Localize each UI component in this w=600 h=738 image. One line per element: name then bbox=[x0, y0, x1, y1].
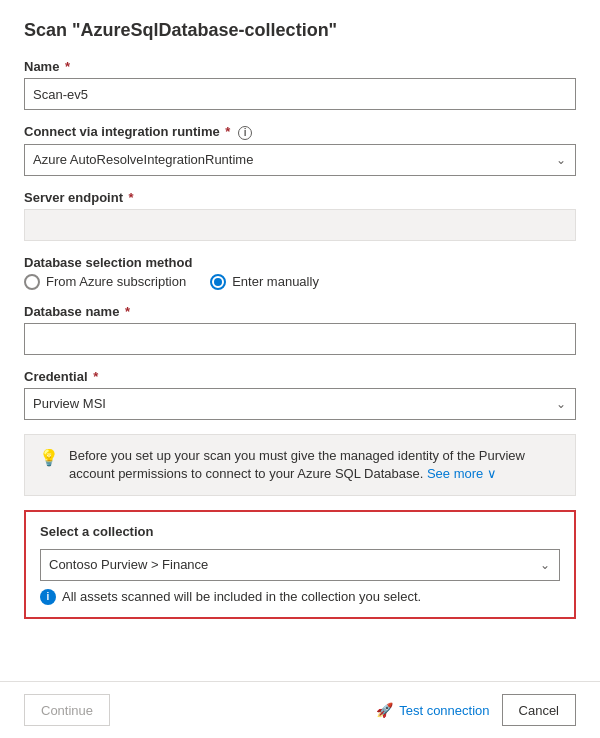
server-endpoint-field-group: Server endpoint * bbox=[24, 190, 576, 241]
collection-section: Select a collection Contoso Purview > Fi… bbox=[24, 510, 576, 619]
db-name-input[interactable] bbox=[24, 323, 576, 355]
radio-label-subscription: From Azure subscription bbox=[46, 274, 186, 289]
name-label: Name * bbox=[24, 59, 576, 74]
radio-circle-manual bbox=[210, 274, 226, 290]
collection-select[interactable]: Contoso Purview > Finance bbox=[40, 549, 560, 581]
name-field-group: Name * bbox=[24, 59, 576, 110]
name-input[interactable] bbox=[24, 78, 576, 110]
radio-circle-subscription bbox=[24, 274, 40, 290]
required-indicator: * bbox=[125, 190, 134, 205]
required-indicator: * bbox=[121, 304, 130, 319]
continue-button: Continue bbox=[24, 694, 110, 726]
cancel-button[interactable]: Cancel bbox=[502, 694, 576, 726]
bulb-icon: 💡 bbox=[39, 448, 59, 467]
collection-section-title: Select a collection bbox=[40, 524, 560, 539]
info-circle-icon: i bbox=[40, 589, 56, 605]
runtime-field-group: Connect via integration runtime * i Azur… bbox=[24, 124, 576, 176]
radio-option-manual[interactable]: Enter manually bbox=[210, 274, 319, 290]
db-name-field-group: Database name * bbox=[24, 304, 576, 355]
footer-right: 🚀 Test connection Cancel bbox=[376, 694, 576, 726]
page-container: Scan "AzureSqlDatabase-collection" Name … bbox=[0, 0, 600, 681]
db-method-label: Database selection method bbox=[24, 255, 576, 270]
collection-info-text: All assets scanned will be included in t… bbox=[62, 589, 421, 604]
runtime-info-icon[interactable]: i bbox=[238, 126, 252, 140]
collection-info: i All assets scanned will be included in… bbox=[40, 589, 560, 605]
credential-select[interactable]: Purview MSI bbox=[24, 388, 576, 420]
server-endpoint-input[interactable] bbox=[24, 209, 576, 241]
credential-field-group: Credential * Purview MSI ⌄ bbox=[24, 369, 576, 420]
footer-left: Continue bbox=[24, 694, 110, 726]
required-indicator: * bbox=[222, 124, 231, 139]
see-more-link[interactable]: See more ∨ bbox=[427, 466, 497, 481]
radio-dot-manual bbox=[214, 278, 222, 286]
radio-group: From Azure subscription Enter manually bbox=[24, 274, 576, 290]
page-title: Scan "AzureSqlDatabase-collection" bbox=[24, 20, 576, 41]
rocket-icon: 🚀 bbox=[376, 702, 393, 718]
collection-select-wrapper: Contoso Purview > Finance ⌄ bbox=[40, 549, 560, 581]
info-box: 💡 Before you set up your scan you must g… bbox=[24, 434, 576, 496]
runtime-label: Connect via integration runtime * i bbox=[24, 124, 576, 140]
credential-label: Credential * bbox=[24, 369, 576, 384]
credential-select-wrapper: Purview MSI ⌄ bbox=[24, 388, 576, 420]
db-method-field-group: Database selection method From Azure sub… bbox=[24, 255, 576, 290]
runtime-select-wrapper: Azure AutoResolveIntegrationRuntime ⌄ bbox=[24, 144, 576, 176]
required-indicator: * bbox=[61, 59, 70, 74]
info-text-content: Before you set up your scan you must giv… bbox=[69, 447, 561, 483]
runtime-select[interactable]: Azure AutoResolveIntegrationRuntime bbox=[24, 144, 576, 176]
radio-option-subscription[interactable]: From Azure subscription bbox=[24, 274, 186, 290]
radio-label-manual: Enter manually bbox=[232, 274, 319, 289]
required-indicator: * bbox=[90, 369, 99, 384]
server-endpoint-label: Server endpoint * bbox=[24, 190, 576, 205]
test-connection-button[interactable]: 🚀 Test connection bbox=[376, 702, 489, 718]
footer-bar: Continue 🚀 Test connection Cancel bbox=[0, 681, 600, 738]
db-name-label: Database name * bbox=[24, 304, 576, 319]
